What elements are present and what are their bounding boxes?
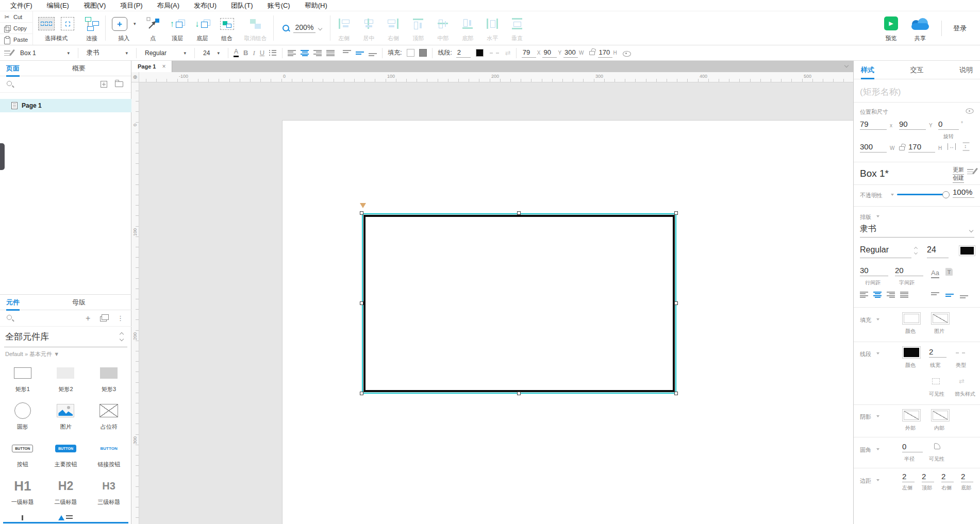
margin-field[interactable]: 2 右侧 xyxy=(941,472,961,492)
lock-ratio-icon[interactable] xyxy=(589,51,595,55)
section-caret-icon[interactable] xyxy=(891,194,894,196)
font-weight-value[interactable]: Regular xyxy=(860,245,889,255)
italic-button[interactable]: I xyxy=(253,49,255,57)
selected-rectangle-widget[interactable] xyxy=(363,215,675,392)
panel-tab[interactable]: 样式 xyxy=(861,65,874,75)
zoom-chevron-icon[interactable] xyxy=(318,26,322,30)
widget-item[interactable]: 圆形 xyxy=(1,398,44,436)
update-style-button[interactable]: 更新 xyxy=(953,166,964,175)
add-library-icon[interactable]: + xyxy=(86,314,90,323)
stepper-icon[interactable] xyxy=(915,247,917,254)
point-tool[interactable]: 点 xyxy=(141,11,165,45)
insert-plus-icon[interactable]: + xyxy=(112,17,127,31)
fit-height-icon[interactable]: ↔ xyxy=(963,143,970,151)
menu-item[interactable]: 账号(C) xyxy=(268,1,290,10)
bold-button[interactable]: B xyxy=(243,49,248,57)
corner-visibility-icon[interactable] xyxy=(934,443,940,449)
x-field[interactable]: 79 xyxy=(522,48,536,58)
menu-item[interactable]: 布局(A) xyxy=(157,1,179,10)
margin-value[interactable]: 2 xyxy=(902,472,915,482)
align-right-icon[interactable] xyxy=(887,292,895,298)
add-page-icon[interactable] xyxy=(101,81,107,88)
ruler-origin-button[interactable]: ⊕ xyxy=(131,72,139,82)
widget-item[interactable] xyxy=(1,511,44,520)
bring-to-front-tool[interactable]: ↑ 顶层 xyxy=(165,11,190,45)
fill-color-swatch[interactable] xyxy=(902,312,921,325)
clipboard-action[interactable]: ✂ Cut xyxy=(0,11,32,23)
menu-item[interactable]: 文件(F) xyxy=(10,1,32,10)
widget-item[interactable]: H3 三级标题 xyxy=(87,474,130,511)
align-left-icon[interactable] xyxy=(860,292,868,298)
add-folder-icon[interactable] xyxy=(115,81,123,87)
w-field[interactable]: 300 xyxy=(563,48,578,58)
margin-field[interactable]: 2 底部 xyxy=(961,472,980,492)
clipboard-action[interactable]: Paste xyxy=(0,34,32,45)
insert-caret-icon[interactable]: ▾ xyxy=(134,21,136,26)
shadow-outer-swatch[interactable] xyxy=(902,409,921,421)
lock-ratio-icon[interactable] xyxy=(899,146,905,150)
section-caret-icon[interactable] xyxy=(876,352,879,354)
menu-item[interactable]: 帮助(H) xyxy=(305,1,327,10)
line-width-field[interactable]: 2 xyxy=(929,347,946,358)
search-icon[interactable] xyxy=(6,314,14,322)
valign-top-icon[interactable] xyxy=(343,49,351,56)
widget-item[interactable]: 矩形2 xyxy=(44,361,88,398)
preview-button[interactable]: ▶ 预览 xyxy=(878,12,904,45)
font-weight-dropdown[interactable]: Regular ▾ xyxy=(142,49,189,57)
valign-middle-icon[interactable] xyxy=(945,292,954,298)
intersect-select-icon[interactable] xyxy=(38,17,55,30)
menu-item[interactable]: 发布(U) xyxy=(194,1,217,10)
valign-middle-icon[interactable] xyxy=(356,49,364,56)
case-icon[interactable]: Aa xyxy=(931,269,939,278)
rotation-field[interactable]: 0 xyxy=(938,120,959,130)
fill-image-swatch[interactable] xyxy=(931,312,950,325)
y-field[interactable]: 90 xyxy=(542,48,557,58)
font-size-dropdown[interactable]: 24 ▾ xyxy=(200,49,223,57)
align-justify-icon[interactable] xyxy=(326,50,335,56)
group-tool[interactable]: 组合 xyxy=(215,11,239,45)
valign-bottom-icon[interactable] xyxy=(960,292,968,298)
x-field[interactable]: 79 xyxy=(860,120,887,130)
margin-value[interactable]: 2 xyxy=(922,472,934,482)
line-visibility-icon[interactable] xyxy=(932,378,940,384)
tab-widgets[interactable]: 元件 xyxy=(6,298,20,307)
widget-item[interactable]: BUTTON 按钮 xyxy=(1,436,44,474)
resize-handle-se[interactable] xyxy=(674,392,678,395)
font-family-value[interactable]: 隶书 xyxy=(860,224,876,234)
resize-handle-n[interactable] xyxy=(517,211,521,215)
section-caret-icon[interactable] xyxy=(876,215,879,217)
panel-tab[interactable]: 交互 xyxy=(910,65,924,75)
char-spacing-field[interactable]: 20 xyxy=(895,266,923,276)
canvas-viewport[interactable] xyxy=(139,82,853,524)
page-tab[interactable]: Page 1 × xyxy=(131,61,172,72)
align-left-icon[interactable] xyxy=(288,50,296,56)
widget-item[interactable]: H1 一级标题 xyxy=(1,474,44,511)
chevron-down-icon[interactable] xyxy=(969,228,973,232)
widget-item[interactable]: H2 二级标题 xyxy=(44,474,88,511)
library-select[interactable]: 全部元件库 xyxy=(0,329,131,347)
widget-item[interactable]: 占位符 xyxy=(87,398,130,436)
line-color-swatch[interactable] xyxy=(902,346,921,359)
corner-radius-field[interactable]: 0 xyxy=(902,442,923,452)
font-color-swatch[interactable] xyxy=(959,245,975,256)
y-field[interactable]: 90 xyxy=(899,120,926,130)
tab-masters[interactable]: 母版 xyxy=(72,298,86,307)
fill-color-swatch[interactable] xyxy=(407,49,414,57)
edit-style-icon[interactable] xyxy=(967,167,977,175)
widgets-scrollbar[interactable] xyxy=(3,522,128,523)
panel-tab[interactable]: 说明 xyxy=(959,65,973,75)
valign-top-icon[interactable] xyxy=(931,292,939,298)
insert-tool[interactable]: + ▾ 插入 xyxy=(107,11,141,45)
create-style-button[interactable]: 创建 xyxy=(953,174,964,183)
fit-width-icon[interactable]: ↔ xyxy=(948,143,956,150)
tab-pages[interactable]: 页面 xyxy=(6,64,20,73)
select-mode-group[interactable]: 选择模式 xyxy=(33,11,79,45)
clipboard-action[interactable]: Copy xyxy=(0,23,32,34)
font-size-value[interactable]: 24 xyxy=(927,245,936,255)
section-caret-icon[interactable] xyxy=(876,318,879,320)
login-button[interactable]: 登录 xyxy=(953,24,967,33)
search-icon[interactable] xyxy=(6,80,14,88)
valign-bottom-icon[interactable] xyxy=(369,49,377,56)
menu-item[interactable]: 项目(P) xyxy=(120,1,142,10)
font-color-button[interactable]: A xyxy=(234,48,239,57)
